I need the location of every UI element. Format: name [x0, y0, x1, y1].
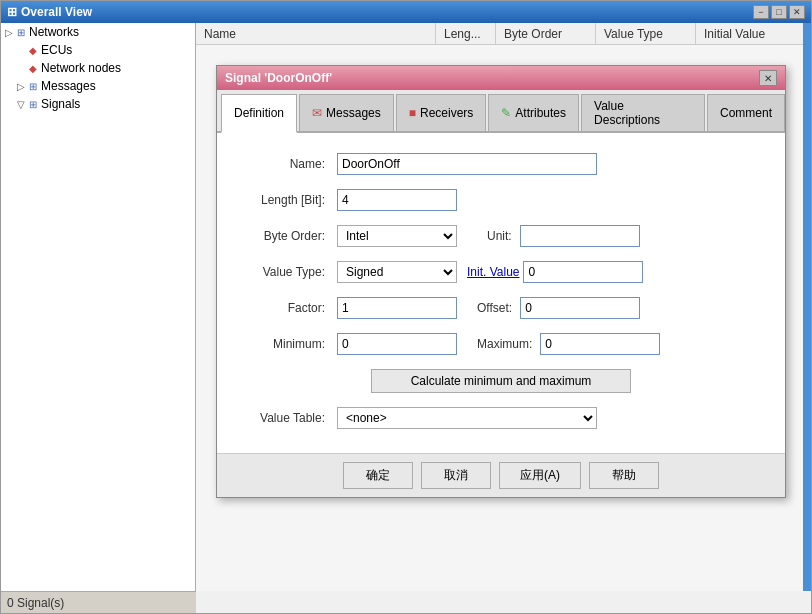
tab-value-descriptions[interactable]: Value Descriptions — [581, 94, 705, 131]
minimum-label: Minimum: — [237, 337, 337, 351]
messages-label: Messages — [41, 79, 96, 93]
ecus-icon: ◆ — [29, 45, 37, 56]
name-row: Name: — [237, 153, 765, 175]
tab-definition[interactable]: Definition — [221, 94, 297, 133]
col-header-initval: Initial Value — [696, 23, 811, 44]
factor-label: Factor: — [237, 301, 337, 315]
apply-button[interactable]: 应用(A) — [499, 462, 581, 489]
messages-icon: ⊞ — [29, 81, 37, 92]
tree-item-signals[interactable]: ▽ ⊞ Signals — [1, 95, 195, 113]
attributes-tab-icon: ✎ — [501, 106, 511, 120]
offset-label: Offset: — [477, 301, 512, 315]
minmax-row: Minimum: Maximum: — [237, 333, 765, 355]
valuetype-select[interactable]: Signed Unsigned — [337, 261, 457, 283]
tab-receivers-label: Receivers — [420, 106, 473, 120]
tree-item-messages[interactable]: ▷ ⊞ Messages — [1, 77, 195, 95]
unit-input[interactable] — [520, 225, 640, 247]
cancel-button[interactable]: 取消 — [421, 462, 491, 489]
expand-messages-icon: ▷ — [17, 81, 27, 92]
expand-signals-icon: ▽ — [17, 99, 27, 110]
tab-attributes[interactable]: ✎ Attributes — [488, 94, 579, 131]
calculate-minmax-button[interactable]: Calculate minimum and maximum — [371, 369, 631, 393]
tab-value-descriptions-label: Value Descriptions — [594, 99, 692, 127]
dialog-overlay: Signal 'DoorOnOff' ✕ Definition ✉ Messag… — [196, 45, 811, 569]
network-nodes-label: Network nodes — [41, 61, 121, 75]
maximum-label: Maximum: — [477, 337, 532, 351]
valuetype-initval-row: Value Type: Signed Unsigned Init. Value — [237, 261, 765, 283]
tab-comment-label: Comment — [720, 106, 772, 120]
networks-icon: ⊞ — [17, 27, 25, 38]
maximize-button[interactable]: □ — [771, 5, 787, 19]
signals-label: Signals — [41, 97, 80, 111]
window-title-group: ⊞ Overall View — [7, 5, 92, 19]
dialog-title: Signal 'DoorOnOff' — [225, 71, 332, 85]
window-icon: ⊞ — [7, 5, 17, 19]
status-text: 0 Signal(s) — [7, 596, 64, 610]
expand-ecus-icon — [17, 45, 27, 56]
window-title: Overall View — [21, 5, 92, 19]
col-header-length: Leng... — [436, 23, 496, 44]
receivers-tab-icon: ■ — [409, 106, 416, 120]
length-label: Length [Bit]: — [237, 193, 337, 207]
minimize-button[interactable]: − — [753, 5, 769, 19]
close-button[interactable]: ✕ — [789, 5, 805, 19]
right-panel: Name Leng... Byte Order Value Type Initi… — [196, 23, 811, 591]
overall-view-window: ⊞ Overall View − □ ✕ ▷ ⊞ Networks ◆ ECUs… — [0, 0, 812, 614]
ecus-label: ECUs — [41, 43, 72, 57]
initval-input[interactable] — [523, 261, 643, 283]
valuetable-row: Value Table: <none> — [237, 407, 765, 429]
dialog-footer: 确定 取消 应用(A) 帮助 — [217, 453, 785, 497]
valuetable-label: Value Table: — [237, 411, 337, 425]
messages-tab-icon: ✉ — [312, 106, 322, 120]
tree-item-networks[interactable]: ▷ ⊞ Networks — [1, 23, 195, 41]
col-header-valuetype: Value Type — [596, 23, 696, 44]
signals-icon: ⊞ — [29, 99, 37, 110]
dialog-body: Name: Length [Bit]: Byte Order: Intel Mo… — [217, 133, 785, 453]
status-bar: 0 Signal(s) — [1, 591, 196, 613]
help-button[interactable]: 帮助 — [589, 462, 659, 489]
length-row: Length [Bit]: — [237, 189, 765, 211]
byteorder-select[interactable]: Intel Motorola — [337, 225, 457, 247]
byteorder-unit-row: Byte Order: Intel Motorola Unit: — [237, 225, 765, 247]
valuetype-label: Value Type: — [237, 265, 337, 279]
name-label: Name: — [237, 157, 337, 171]
dialog-close-button[interactable]: ✕ — [759, 70, 777, 86]
initval-link[interactable]: Init. Value — [467, 265, 519, 279]
dialog-tabs: Definition ✉ Messages ■ Receivers ✎ Attr… — [217, 90, 785, 133]
titlebar-controls: − □ ✕ — [753, 5, 805, 19]
minimum-input[interactable] — [337, 333, 457, 355]
col-header-byteorder: Byte Order — [496, 23, 596, 44]
dialog-titlebar: Signal 'DoorOnOff' ✕ — [217, 66, 785, 90]
tab-definition-label: Definition — [234, 106, 284, 120]
factor-offset-row: Factor: Offset: — [237, 297, 765, 319]
length-input[interactable] — [337, 189, 457, 211]
unit-label: Unit: — [487, 229, 512, 243]
network-nodes-icon: ◆ — [29, 63, 37, 74]
name-input[interactable] — [337, 153, 597, 175]
confirm-button[interactable]: 确定 — [343, 462, 413, 489]
tab-messages-label: Messages — [326, 106, 381, 120]
expand-network-nodes-icon — [17, 63, 27, 74]
networks-label: Networks — [29, 25, 79, 39]
col-header-name: Name — [196, 23, 436, 44]
tab-attributes-label: Attributes — [515, 106, 566, 120]
tab-messages[interactable]: ✉ Messages — [299, 94, 394, 131]
factor-input[interactable] — [337, 297, 457, 319]
maximum-input[interactable] — [540, 333, 660, 355]
tab-receivers[interactable]: ■ Receivers — [396, 94, 487, 131]
byteorder-label: Byte Order: — [237, 229, 337, 243]
signal-dialog: Signal 'DoorOnOff' ✕ Definition ✉ Messag… — [216, 65, 786, 498]
column-headers: Name Leng... Byte Order Value Type Initi… — [196, 23, 811, 45]
expand-networks-icon: ▷ — [5, 27, 15, 38]
tree-panel: ▷ ⊞ Networks ◆ ECUs ◆ Network nodes ▷ ⊞ … — [1, 23, 196, 593]
right-accent-bar — [803, 23, 811, 591]
window-titlebar: ⊞ Overall View − □ ✕ — [1, 1, 811, 23]
tree-item-ecus[interactable]: ◆ ECUs — [1, 41, 195, 59]
offset-input[interactable] — [520, 297, 640, 319]
tree-item-network-nodes[interactable]: ◆ Network nodes — [1, 59, 195, 77]
tab-comment[interactable]: Comment — [707, 94, 785, 131]
valuetable-select[interactable]: <none> — [337, 407, 597, 429]
